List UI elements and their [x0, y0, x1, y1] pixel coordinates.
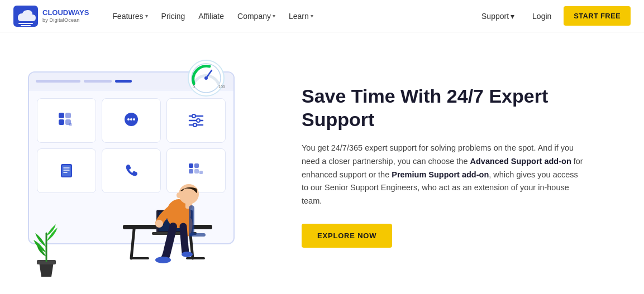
svg-point-16: [192, 114, 195, 118]
nav-item-company[interactable]: Company ▾: [232, 8, 281, 24]
gauge-icon: 0 100: [187, 59, 225, 97]
main-content: 0 100: [0, 32, 644, 294]
svg-text:0: 0: [193, 85, 195, 89]
svg-text:100: 100: [218, 85, 225, 89]
svg-rect-7: [69, 123, 72, 126]
svg-rect-3: [59, 113, 64, 118]
logo-sub: by DigitalOcean: [42, 17, 89, 23]
svg-line-36: [131, 229, 134, 258]
dash-cell-chat: [102, 98, 161, 143]
svg-point-52: [155, 257, 171, 263]
svg-point-48: [179, 184, 199, 204]
chevron-down-icon: ▾: [273, 13, 275, 19]
dash-cell-book: [37, 148, 96, 193]
svg-rect-55: [189, 233, 206, 237]
chevron-down-icon: ▾: [311, 13, 313, 19]
start-free-button[interactable]: START FREE: [564, 6, 631, 26]
chevron-down-icon: ▾: [145, 13, 148, 19]
nav-item-pricing[interactable]: Pricing: [156, 8, 191, 24]
illustration: 0 100: [17, 55, 274, 278]
nav-item-affiliate[interactable]: Affiliate: [193, 8, 230, 24]
svg-rect-20: [62, 165, 71, 176]
nav-item-login[interactable]: Login: [524, 8, 559, 24]
dash-cell-settings: [166, 98, 226, 143]
svg-point-53: [182, 252, 193, 257]
hero-body: You get 24/7/365 expert support for solv…: [302, 142, 586, 209]
svg-point-32: [204, 76, 208, 80]
svg-point-11: [130, 118, 132, 121]
svg-rect-4: [59, 119, 64, 125]
svg-rect-5: [65, 113, 71, 118]
nav-item-support[interactable]: Support ▾: [476, 8, 520, 24]
plant-illustration: [27, 216, 66, 278]
nav-left: Features ▾ Pricing Affiliate Company ▾ L…: [107, 8, 476, 24]
svg-point-17: [197, 119, 200, 122]
logo[interactable]: CLOUDWAYS by DigitalOcean: [13, 6, 89, 27]
svg-point-51: [155, 220, 163, 228]
logo-name: CLOUDWAYS: [42, 9, 89, 17]
svg-point-49: [176, 192, 181, 198]
person-illustration: [106, 161, 229, 278]
nav-item-features[interactable]: Features ▾: [107, 8, 153, 24]
svg-point-12: [133, 118, 135, 121]
hero-title: Save Time With 24/7 Expert Support: [302, 84, 586, 132]
svg-rect-54: [189, 205, 194, 236]
svg-point-18: [193, 123, 197, 127]
svg-point-10: [127, 118, 130, 121]
dash-cell-slack: [37, 98, 96, 143]
chevron-down-icon: ▾: [511, 12, 514, 21]
nav-item-learn[interactable]: Learn ▾: [283, 8, 319, 24]
nav-right: Support ▾ Login START FREE: [476, 6, 631, 26]
navbar: CLOUDWAYS by DigitalOcean Features ▾ Pri…: [0, 0, 644, 32]
right-content: Save Time With 24/7 Expert Support You g…: [274, 84, 586, 248]
explore-now-button[interactable]: EXPLORE NOW: [302, 224, 392, 248]
